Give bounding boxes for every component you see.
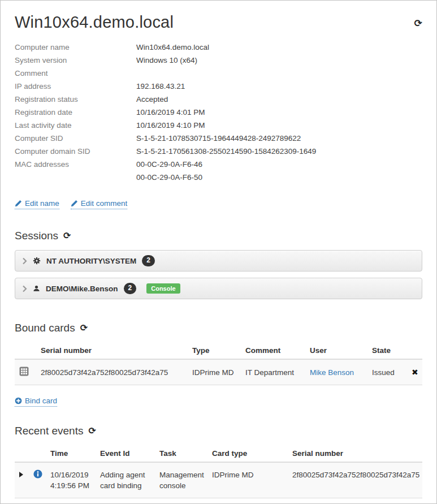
card-icon-cell — [15, 359, 36, 385]
bound-card-row: 2f80025d73f42a752f80025d73f42a75 IDPrime… — [15, 359, 422, 385]
edit-name-label: Edit name — [25, 199, 59, 208]
field-label: MAC addresses — [15, 158, 136, 184]
recent-events-heading: Recent events ⟳ — [15, 425, 422, 437]
column-header-comment: Comment — [241, 342, 305, 359]
field-label: Computer domain SID — [15, 145, 136, 158]
recent-events-section: Recent events ⟳ Time Event Id Task Card … — [15, 425, 422, 498]
field-ip-address: IP address 192.168.43.21 — [15, 80, 422, 93]
field-value: 192.168.43.21 — [136, 80, 185, 93]
column-header-actions — [407, 342, 422, 359]
field-system-version: System version Windows 10 (x64) — [15, 54, 422, 67]
page-title: Win10x64.demo.local — [15, 13, 174, 32]
unbind-card-icon[interactable]: ✖ — [412, 368, 418, 377]
edit-comment-link[interactable]: Edit comment — [71, 199, 128, 209]
field-value: Accepted — [136, 93, 168, 106]
sessions-section: Sessions ⟳ NT AUTHORITY\SYSTEM 2 — [15, 230, 422, 299]
event-task: Management console — [155, 462, 207, 498]
computer-details-page: Win10x64.demo.local ⟳ Computer name Win1… — [0, 0, 437, 504]
session-count-badge: 2 — [142, 255, 155, 266]
expand-caret-icon[interactable] — [19, 472, 23, 477]
computer-details: Computer name Win10x64.demo.local System… — [15, 41, 422, 184]
sessions-heading-label: Sessions — [15, 230, 58, 242]
column-header-serial: Serial number — [36, 342, 188, 359]
session-name: DEMO\Mike.Benson — [46, 285, 118, 293]
bind-card-link[interactable]: Bind card — [15, 397, 57, 407]
chevron-right-icon — [23, 257, 27, 265]
card-serial: 2f80025d73f42a752f80025d73f42a75 — [36, 359, 188, 385]
pencil-icon — [71, 200, 78, 207]
session-count-badge: 2 — [124, 283, 137, 294]
bind-card-row: Bind card — [15, 397, 422, 407]
field-label: Computer name — [15, 41, 136, 54]
column-header-state: State — [367, 342, 407, 359]
chevron-right-icon — [23, 285, 27, 292]
session-name: NT AUTHORITY\SYSTEM — [46, 257, 136, 265]
mac-address-2: 00-0C-29-0A-F6-50 — [136, 171, 202, 184]
column-header-time: Time — [46, 445, 96, 462]
pencil-icon — [15, 200, 22, 207]
info-icon — [33, 469, 42, 479]
bound-cards-heading: Bound cards ⟳ — [15, 322, 422, 334]
field-registration-date: Registration date 10/16/2019 4:01 PM — [15, 106, 422, 119]
field-value: 00-0C-29-0A-F6-46 00-0C-29-0A-F6-50 — [136, 158, 202, 184]
event-row: 10/16/2019 4:19:56 PM Adding agent card … — [15, 462, 422, 498]
column-header-user: User — [305, 342, 367, 359]
refresh-icon[interactable]: ⟳ — [80, 324, 88, 333]
field-label: Computer SID — [15, 132, 136, 145]
event-expand-cell — [15, 462, 29, 498]
event-severity-cell — [29, 462, 46, 498]
plus-circle-icon — [15, 397, 22, 404]
field-value: S-1-5-21-170561308-2550214590-1584262309… — [136, 145, 316, 158]
field-last-activity-date: Last activity date 10/16/2019 4:10 PM — [15, 119, 422, 132]
refresh-icon[interactable]: ⟳ — [63, 231, 71, 240]
card-comment: IT Department — [241, 359, 305, 385]
event-serial: 2f80025d73f42a752f80025d73f42a75 — [288, 462, 422, 498]
card-type: IDPrime MD — [188, 359, 241, 385]
gear-icon — [33, 257, 41, 265]
refresh-icon[interactable]: ⟳ — [88, 427, 96, 436]
edit-actions: Edit name Edit comment — [15, 199, 422, 209]
field-computer-name: Computer name Win10x64.demo.local — [15, 41, 422, 54]
field-comment: Comment — [15, 67, 422, 80]
field-value: 10/16/2019 4:10 PM — [136, 119, 205, 132]
field-label: Comment — [15, 67, 136, 80]
console-badge: Console — [146, 283, 180, 294]
sessions-heading: Sessions ⟳ — [15, 230, 422, 242]
event-card-type: IDPrime MD — [207, 462, 288, 498]
page-header: Win10x64.demo.local ⟳ — [15, 13, 422, 32]
column-header-event-id: Event Id — [96, 445, 155, 462]
mac-address-1: 00-0C-29-0A-F6-46 — [136, 158, 202, 171]
session-panel-system[interactable]: NT AUTHORITY\SYSTEM 2 — [15, 250, 422, 272]
recent-events-heading-label: Recent events — [15, 425, 83, 437]
field-value: Windows 10 (x64) — [136, 54, 197, 67]
session-panel-user[interactable]: DEMO\Mike.Benson 2 Console — [15, 278, 422, 299]
edit-comment-label: Edit comment — [81, 199, 128, 208]
edit-name-link[interactable]: Edit name — [15, 199, 59, 209]
field-label: System version — [15, 54, 136, 67]
card-user-link[interactable]: Mike Benson — [310, 368, 354, 377]
field-label: Last activity date — [15, 119, 136, 132]
event-time: 10/16/2019 4:19:56 PM — [46, 462, 96, 498]
bind-card-label: Bind card — [25, 397, 57, 405]
field-registration-status: Registration status Accepted — [15, 93, 422, 106]
table-header-row: Serial number Type Comment User State — [15, 342, 422, 359]
bound-cards-section: Bound cards ⟳ Serial number Type Comment… — [15, 322, 422, 407]
column-header-type: Type — [188, 342, 241, 359]
column-header-serial: Serial number — [288, 445, 422, 462]
card-actions-cell: ✖ — [407, 359, 422, 385]
recent-events-table: Time Event Id Task Card type Serial numb… — [15, 445, 422, 498]
column-header-severity — [29, 445, 46, 462]
field-mac-addresses: MAC addresses 00-0C-29-0A-F6-46 00-0C-29… — [15, 158, 422, 184]
card-state: Issued — [367, 359, 407, 385]
field-value: 10/16/2019 4:01 PM — [136, 106, 205, 119]
card-icon — [19, 367, 29, 376]
column-header-card-type: Card type — [207, 445, 288, 462]
field-value: Win10x64.demo.local — [136, 41, 209, 54]
column-header-icon — [15, 342, 36, 359]
field-label: IP address — [15, 80, 136, 93]
card-user-cell: Mike Benson — [305, 359, 367, 385]
field-computer-domain-sid: Computer domain SID S-1-5-21-170561308-2… — [15, 145, 422, 158]
bound-cards-table: Serial number Type Comment User State — [15, 342, 422, 385]
refresh-icon[interactable]: ⟳ — [414, 19, 422, 28]
event-id: Adding agent card binding — [96, 462, 155, 498]
